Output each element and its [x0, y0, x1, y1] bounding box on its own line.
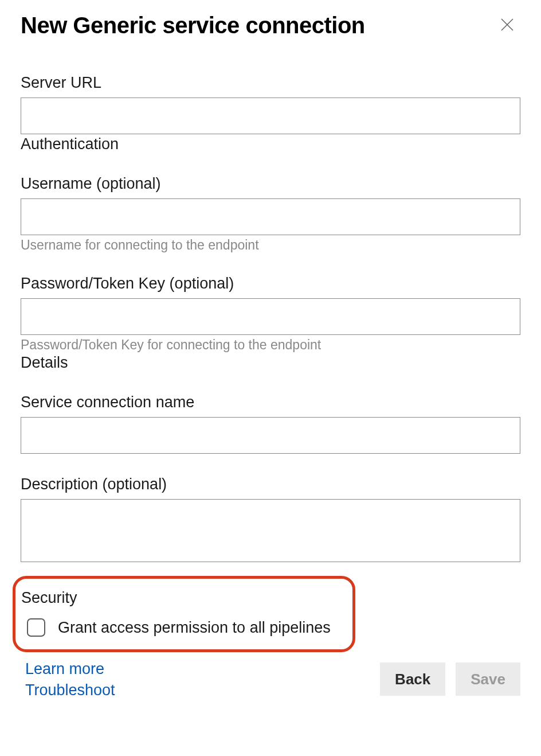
- back-button[interactable]: Back: [380, 663, 445, 696]
- server-url-field: Server URL: [21, 74, 520, 134]
- footer-buttons: Back Save: [380, 663, 520, 696]
- username-help: Username for connecting to the endpoint: [21, 237, 520, 253]
- troubleshoot-link[interactable]: Troubleshoot: [25, 681, 115, 699]
- close-button[interactable]: [494, 11, 520, 40]
- description-input[interactable]: [21, 499, 520, 562]
- server-url-label: Server URL: [21, 74, 520, 92]
- conn-name-label: Service connection name: [21, 393, 520, 411]
- footer-links: Learn more Troubleshoot: [25, 660, 115, 699]
- details-heading: Details: [21, 354, 520, 372]
- dialog-header: New Generic service connection: [21, 11, 520, 40]
- dialog-title: New Generic service connection: [21, 13, 365, 38]
- username-input[interactable]: [21, 198, 520, 235]
- server-url-input[interactable]: [21, 98, 520, 134]
- security-section: Security Grant access permission to all …: [13, 576, 355, 652]
- conn-name-input[interactable]: [21, 417, 520, 454]
- description-label: Description (optional): [21, 476, 520, 493]
- password-field: Password/Token Key (optional) Password/T…: [21, 275, 520, 353]
- grant-access-checkbox[interactable]: [27, 618, 45, 637]
- password-input[interactable]: [21, 298, 520, 335]
- description-field: Description (optional): [21, 476, 520, 564]
- dialog-footer: Learn more Troubleshoot Back Save: [21, 660, 520, 699]
- username-field: Username (optional) Username for connect…: [21, 175, 520, 253]
- grant-access-label: Grant access permission to all pipelines: [58, 619, 331, 637]
- close-icon: [499, 16, 516, 33]
- password-help: Password/Token Key for connecting to the…: [21, 337, 520, 353]
- grant-access-row: Grant access permission to all pipelines: [21, 618, 347, 637]
- authentication-heading: Authentication: [21, 135, 520, 153]
- password-label: Password/Token Key (optional): [21, 275, 520, 293]
- security-heading: Security: [21, 589, 347, 607]
- learn-more-link[interactable]: Learn more: [25, 660, 115, 678]
- username-label: Username (optional): [21, 175, 520, 193]
- conn-name-field: Service connection name: [21, 393, 520, 454]
- save-button[interactable]: Save: [456, 663, 520, 696]
